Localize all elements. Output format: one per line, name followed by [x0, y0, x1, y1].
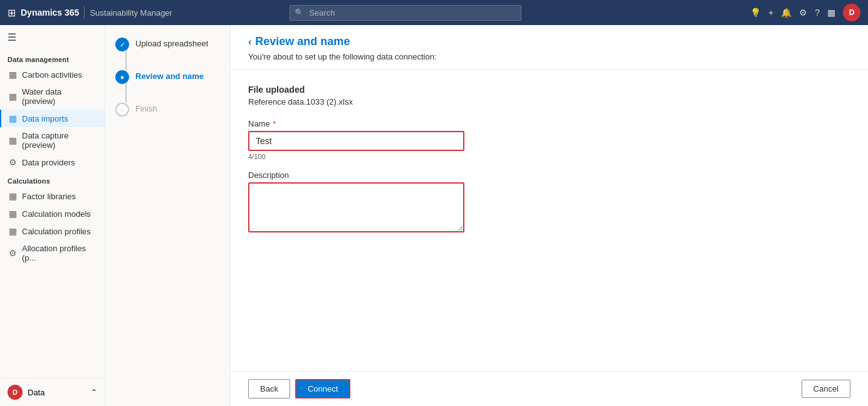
search-icon: 🔍 [295, 8, 304, 17]
sidebar-item-data-providers[interactable]: ⚙ Data providers [0, 154, 105, 171]
user-avatar[interactable]: D [843, 4, 860, 21]
sidebar-item-data-capture[interactable]: ▦ Data capture (preview) [0, 127, 105, 154]
content-footer: Back Connect Cancel [231, 371, 868, 406]
data-providers-icon: ⚙ [9, 157, 17, 167]
sidebar-item-carbon-activities[interactable]: ▦ Carbon activities [0, 66, 105, 83]
sidebar-item-water-data[interactable]: ▦ Water data (preview) [0, 83, 105, 110]
search-input[interactable] [290, 5, 521, 21]
cancel-button[interactable]: Cancel [802, 380, 850, 398]
waffle-icon[interactable]: ⊞ [8, 7, 16, 19]
section-title-data-management: Data management [0, 49, 105, 66]
stepper-item-review: ● Review and name [115, 70, 220, 103]
topbar-divider [84, 6, 85, 19]
main-content: ‹ Review and name You're about to set up… [231, 25, 868, 406]
stepper-panel: ✓ Upload spreadsheet ● Review and name ○… [105, 25, 231, 406]
settings-icon[interactable]: ⚙ [799, 8, 807, 18]
char-count-display: 4/100 [248, 153, 850, 160]
footer-chevron: ⌃ [91, 388, 97, 397]
sidebar-footer[interactable]: D Data ⌃ [0, 378, 105, 406]
sidebar-item-calculation-profiles[interactable]: ▦ Calculation profiles [0, 222, 105, 240]
topbar-brand: ⊞ Dynamics 365 Sustainability Manager [8, 6, 172, 19]
topbar-icons: 💡 + 🔔 ⚙ ? ▦ D [750, 4, 860, 21]
sidebar-label-data-imports: Data imports [22, 114, 68, 123]
name-input[interactable] [248, 131, 464, 151]
sidebar-item-calculation-models[interactable]: ▦ Calculation models [0, 205, 105, 222]
sidebar-label-calculation-models: Calculation models [22, 209, 91, 219]
footer-label: Data [28, 388, 44, 397]
data-imports-icon: ▦ [9, 113, 17, 123]
lightbulb-icon[interactable]: 💡 [750, 8, 761, 18]
back-button[interactable]: Back [248, 379, 290, 398]
sidebar-item-factor-libraries[interactable]: ▦ Factor libraries [0, 187, 105, 205]
calculation-profiles-icon: ▦ [9, 226, 17, 236]
carbon-activities-icon: ▦ [9, 70, 17, 80]
allocation-profiles-icon: ⚙ [9, 248, 17, 258]
content-body: File uploaded Reference data.1033 (2).xl… [231, 70, 868, 371]
stepper-line-2 [125, 84, 127, 103]
bell-icon[interactable]: 🔔 [781, 8, 792, 18]
sidebar: ☰ Data management ▦ Carbon activities ▦ … [0, 25, 105, 406]
app-name: Sustainability Manager [90, 8, 172, 18]
help-icon[interactable]: ? [815, 8, 820, 18]
factor-libraries-icon: ▦ [9, 191, 17, 201]
hamburger-button[interactable]: ☰ [0, 25, 105, 49]
stepper-circle-finish: ○ [115, 103, 129, 117]
sidebar-label-carbon-activities: Carbon activities [22, 70, 82, 80]
connect-button[interactable]: Connect [295, 379, 350, 398]
brand-name: Dynamics 365 [21, 8, 79, 18]
panel-icon[interactable]: ▦ [827, 8, 835, 18]
calculation-models-icon: ▦ [9, 209, 17, 219]
back-link[interactable]: ‹ Review and name [248, 35, 850, 48]
stepper-item-upload: ✓ Upload spreadsheet [115, 38, 220, 70]
description-field-label: Description [248, 170, 850, 180]
water-data-icon: ▦ [9, 91, 17, 102]
stepper-label-finish: Finish [135, 103, 157, 115]
add-icon[interactable]: + [768, 8, 773, 18]
description-input[interactable] [248, 182, 464, 232]
data-capture-icon: ▦ [9, 135, 17, 145]
sidebar-label-water-data: Water data (preview) [22, 87, 97, 106]
footer-left-buttons: Back Connect [248, 379, 350, 398]
file-name-display: Reference data.1033 (2).xlsx [248, 97, 850, 107]
sidebar-item-allocation-profiles[interactable]: ⚙ Allocation profiles (p... [0, 240, 105, 266]
name-field-label: Name * [248, 119, 850, 128]
topbar: ⊞ Dynamics 365 Sustainability Manager 🔍 … [0, 0, 868, 25]
page-title: Review and name [255, 35, 350, 48]
topbar-search-container: 🔍 [290, 5, 521, 21]
page-subtitle: You're about to set up the following dat… [248, 52, 850, 61]
stepper-item-finish: ○ Finish [115, 103, 220, 117]
name-required-indicator: * [271, 119, 276, 128]
section-title-calculations: Calculations [0, 171, 105, 187]
stepper-label-review: Review and name [135, 70, 204, 82]
stepper-circle-upload: ✓ [115, 38, 129, 51]
stepper-label-upload: Upload spreadsheet [135, 38, 208, 49]
wizard-area: ✓ Upload spreadsheet ● Review and name ○… [105, 25, 868, 406]
stepper-line-1 [125, 51, 127, 70]
sidebar-label-allocation-profiles: Allocation profiles (p... [22, 244, 97, 263]
sidebar-label-data-providers: Data providers [22, 158, 75, 167]
stepper-circle-review: ● [115, 70, 129, 84]
file-uploaded-label: File uploaded [248, 85, 850, 95]
back-arrow-icon: ‹ [248, 36, 251, 48]
sidebar-label-data-capture: Data capture (preview) [22, 131, 97, 150]
main-layout: ☰ Data management ▦ Carbon activities ▦ … [0, 25, 868, 406]
sidebar-item-data-imports[interactable]: ▦ Data imports [0, 110, 105, 127]
content-header: ‹ Review and name You're about to set up… [231, 25, 868, 70]
sidebar-label-factor-libraries: Factor libraries [22, 192, 76, 201]
footer-avatar: D [8, 385, 23, 400]
sidebar-label-calculation-profiles: Calculation profiles [22, 227, 91, 236]
